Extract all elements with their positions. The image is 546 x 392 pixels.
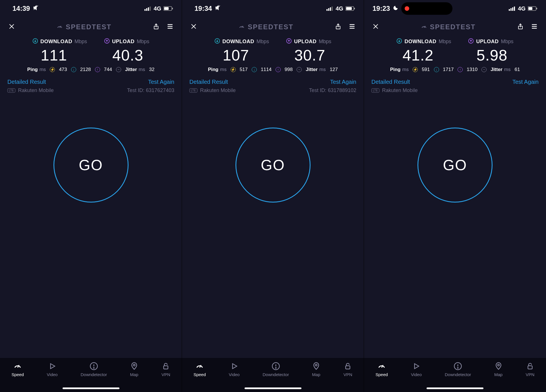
go-button[interactable]: GO [235, 128, 311, 203]
nav-vpn[interactable]: VPN [526, 362, 535, 377]
signal-icon [509, 5, 516, 12]
status-bar: 14:39 4G [0, 0, 182, 17]
lte-badge: LTE [7, 88, 15, 93]
jitter-value: 61 [514, 67, 520, 72]
nav-speed[interactable]: Speed [11, 362, 24, 377]
lte-badge: LTE [189, 88, 197, 93]
close-icon[interactable] [8, 23, 15, 31]
detailed-result-link[interactable]: Detailed Result [189, 79, 228, 85]
svg-rect-25 [326, 9, 328, 11]
close-icon[interactable] [190, 23, 197, 31]
carrier-name: Rakuten Mobile [200, 87, 236, 93]
share-icon[interactable] [153, 23, 160, 31]
upload-value: 5.98 [461, 46, 523, 64]
home-indicator[interactable] [427, 387, 483, 389]
ping-idle-icon: ⚡ [50, 67, 55, 72]
record-dot-icon [405, 6, 409, 11]
clock-time: 19:34 [195, 5, 212, 12]
nav-video[interactable]: Video [411, 362, 422, 377]
ping-down-value: 1717 [443, 67, 454, 72]
svg-marker-42 [232, 364, 237, 369]
upload-value: 30.7 [279, 46, 341, 64]
close-icon[interactable] [372, 23, 379, 31]
screenshot-triptych: 14:39 4G SPEEDTEST [0, 0, 546, 392]
go-area: GO [182, 93, 364, 358]
nav-downdetector[interactable]: Downdetector [263, 362, 289, 377]
app-header: SPEEDTEST [182, 17, 364, 37]
svg-rect-47 [346, 366, 350, 369]
test-again-link[interactable]: Test Again [148, 79, 174, 85]
share-icon[interactable] [335, 23, 342, 31]
go-area: GO [364, 93, 546, 358]
jitter-icon: ~ [481, 67, 487, 72]
nav-video[interactable]: Video [229, 362, 240, 377]
download-icon [214, 38, 220, 45]
svg-marker-65 [415, 364, 419, 369]
ping-idle-icon: ⚡ [231, 67, 236, 72]
ping-row: Ping ms ⚡517 ↓1114 ↑998 ~ Jitter ms 127 [182, 66, 364, 75]
home-indicator[interactable] [245, 387, 301, 389]
recording-pill[interactable] [401, 2, 452, 15]
carrier-row: LTE Rakuten Mobile Test ID: 6317627403 [0, 87, 182, 93]
nav-map[interactable]: Map [312, 362, 320, 377]
nav-speed[interactable]: Speed [193, 362, 206, 377]
ping-idle-value: 591 [422, 67, 430, 72]
svg-rect-50 [512, 7, 513, 11]
upload-icon [104, 38, 110, 45]
svg-rect-7 [172, 8, 173, 9]
detailed-result-link[interactable]: Detailed Result [371, 79, 410, 85]
menu-icon[interactable] [531, 23, 538, 31]
nav-downdetector[interactable]: Downdetector [81, 362, 107, 377]
svg-point-45 [276, 368, 276, 368]
ping-down-icon: ↓ [71, 67, 76, 72]
network-type: 4G [518, 5, 526, 12]
ping-up-icon: ↑ [95, 67, 100, 72]
bottom-nav: Speed Video Downdetector Map VPN [0, 358, 182, 392]
test-again-link[interactable]: Test Again [512, 79, 539, 85]
svg-rect-26 [328, 8, 329, 11]
svg-rect-3 [148, 7, 149, 11]
test-again-link[interactable]: Test Again [330, 79, 356, 85]
menu-icon[interactable] [166, 23, 174, 31]
app-title: SPEEDTEST [379, 23, 517, 31]
result-values: 107 30.7 [182, 45, 364, 66]
ping-row: Ping ms ⚡591 ↓1717 ↑1310 ~ Jitter ms 61 [364, 66, 546, 75]
battery-icon [346, 5, 355, 12]
share-icon[interactable] [517, 23, 524, 31]
test-id: Test ID: 6317627403 [127, 87, 174, 93]
ping-down-value: 2128 [80, 67, 91, 72]
nav-downdetector[interactable]: Downdetector [445, 362, 471, 377]
nav-vpn[interactable]: VPN [344, 362, 352, 377]
mute-icon [33, 5, 39, 12]
go-area: GO [0, 93, 182, 358]
home-indicator[interactable] [63, 387, 119, 389]
nav-vpn[interactable]: VPN [162, 362, 170, 377]
ping-down-value: 1114 [261, 67, 272, 72]
detailed-result-link[interactable]: Detailed Result [7, 79, 46, 85]
clock-time: 14:39 [13, 5, 30, 12]
result-labels: DOWNLOAD Mbps UPLOAD Mbps [364, 37, 546, 45]
app-title: SPEEDTEST [15, 23, 153, 31]
go-button[interactable]: GO [417, 128, 493, 203]
download-value: 41.2 [387, 46, 449, 64]
svg-rect-2 [146, 8, 147, 11]
svg-point-69 [497, 364, 499, 366]
go-button[interactable]: GO [53, 128, 129, 203]
clock-time: 19:23 [373, 5, 390, 12]
svg-marker-18 [50, 364, 55, 369]
app-header: SPEEDTEST [364, 17, 546, 37]
signal-icon [326, 5, 333, 12]
nav-map[interactable]: Map [494, 362, 503, 377]
nav-map[interactable]: Map [130, 362, 138, 377]
app-title: SPEEDTEST [197, 23, 335, 31]
menu-icon[interactable] [348, 23, 356, 31]
carrier-row: LTE Rakuten Mobile Test ID: [364, 87, 546, 93]
nav-speed[interactable]: Speed [376, 362, 388, 377]
nav-video[interactable]: Video [47, 362, 58, 377]
status-bar: 19:34 4G [182, 0, 364, 17]
svg-rect-1 [144, 9, 146, 11]
download-icon [396, 38, 402, 45]
lte-badge: LTE [371, 88, 379, 93]
links-row: Detailed Result Test Again [364, 75, 546, 87]
carrier-row: LTE Rakuten Mobile Test ID: 6317889102 [182, 87, 364, 93]
